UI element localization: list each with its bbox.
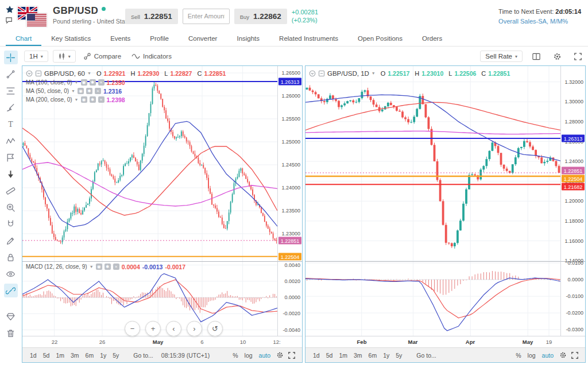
draw-lock-icon[interactable] [4,234,18,247]
range-1m-button[interactable]: 1m [336,352,350,359]
zoom-in-icon[interactable] [4,200,18,214]
buy-button[interactable]: Buy 1.22862 [234,9,287,24]
auto-scale-button[interactable]: auto [256,352,273,359]
macd-settings-button[interactable]: ✱ [105,264,111,270]
chart-fullscreen-icon[interactable] [569,350,581,361]
hourly-price-pane[interactable] [22,66,277,261]
range-1m-button[interactable]: 1m [53,352,67,359]
range-1d-button[interactable]: 1d [27,352,40,359]
auto-scale-button[interactable]: auto [539,352,556,359]
range-1d-button[interactable]: 1d [310,352,323,359]
magnet-icon[interactable] [4,217,18,231]
indicator-visibility-button[interactable]: ◉ [81,79,87,86]
compare-button[interactable]: Compare [80,52,124,60]
range-1y-button[interactable]: 1y [380,352,392,359]
percent-scale-button[interactable]: % [230,352,241,359]
favorite-star-icon[interactable] [5,5,14,14]
hourly-macd-axis[interactable]: 0.00400.00200.0000-0.0020-0.0040 [277,261,302,336]
tab-events[interactable]: Events [100,32,140,46]
indicator-label[interactable]: MA (50, close, 0) [26,88,69,94]
log-scale-button[interactable]: log [525,352,539,359]
forecast-icon[interactable] [4,150,18,164]
eye-icon[interactable] [4,267,18,281]
legend-symbol[interactable]: GBP/USD, 1D [327,70,369,77]
reset-chart-button[interactable]: ↺ [207,321,223,336]
tab-key-statistics[interactable]: Key Statistics [41,32,100,46]
lock-icon[interactable] [4,250,18,264]
fib-icon[interactable] [4,84,18,98]
arrow-down-icon[interactable] [4,167,18,181]
hourly-price-axis[interactable]: 1.265001.260001.255001.250001.245001.240… [277,66,302,261]
indicator-settings-button[interactable]: ✱ [90,96,96,103]
legend-symbol[interactable]: GBP/USD, 60 [44,70,85,77]
goto-button[interactable]: Go to... [413,352,439,359]
legend-chevron-circle-icon[interactable] [309,70,316,77]
legend-minimize-icon[interactable] [35,70,42,77]
tab-open-positions[interactable]: Open Positions [348,32,412,46]
pattern-icon[interactable] [4,134,18,148]
legend-minimize-icon[interactable] [318,70,325,77]
amount-input[interactable] [183,9,230,24]
range-3m-button[interactable]: 3m [68,352,82,359]
scroll-right-button[interactable]: › [187,321,202,336]
log-scale-button[interactable]: log [242,352,256,359]
range-6m-button[interactable]: 6m [83,352,97,359]
ruler-icon[interactable] [4,184,18,197]
tab-insights[interactable]: Insights [227,32,269,46]
daily-macd-pane[interactable] [305,261,560,336]
hourly-time-axis[interactable]: 2226May61012: [22,336,302,347]
trash-icon[interactable] [4,326,18,340]
tab-converter[interactable]: Converter [179,32,227,46]
rate-type-selector[interactable]: Sell Rate▾ [480,51,523,62]
indicator-remove-button[interactable]: × [98,79,105,86]
price-chart-canvas[interactable] [22,66,277,261]
indicator-visibility-button[interactable]: ◉ [81,96,87,103]
tab-chart[interactable]: Chart [6,32,41,46]
percent-scale-button[interactable]: % [513,352,524,359]
chart-style-selector[interactable]: ▾ [53,50,76,63]
goto-button[interactable]: Go to... [130,352,156,359]
next-event-link[interactable]: Overall Sales-SA, M/M% [498,17,581,26]
text-icon[interactable]: T [4,117,18,131]
trendline-icon[interactable] [4,67,18,81]
split-view-icon[interactable] [529,49,543,63]
zoom-in-button[interactable]: + [145,321,161,336]
range-1y-button[interactable]: 1y [97,352,109,359]
crosshair-icon[interactable] [4,51,18,64]
daily-macd-axis[interactable]: 0.01000.0000-0.0100-0.0200-0.0300 [560,261,585,336]
macd-label[interactable]: MACD (12, 26, close, 9) [26,264,87,270]
macd-visibility-button[interactable]: ◉ [96,264,102,270]
settings-gear-icon[interactable] [550,49,564,63]
indicator-label[interactable]: MA (100, close, 0) [26,79,72,86]
indicator-settings-button[interactable]: ✱ [86,88,92,94]
zoom-out-button[interactable]: − [125,321,140,336]
indicator-remove-button[interactable]: × [95,88,101,94]
macd-canvas[interactable] [305,262,560,336]
interval-selector[interactable]: 1H▾ [24,51,48,62]
daily-time-axis[interactable]: FebMarAprMay19 [305,336,585,347]
range-3m-button[interactable]: 3m [351,352,365,359]
indicators-button[interactable]: Indicators [129,53,175,60]
chart-fullscreen-icon[interactable] [286,350,297,361]
indicator-settings-button[interactable]: ✱ [90,79,96,86]
price-chart-canvas[interactable] [305,66,560,261]
tab-profile[interactable]: Profile [140,32,179,46]
layers-icon[interactable] [4,309,18,323]
range-5d-button[interactable]: 5d [323,352,336,359]
chart-settings-icon[interactable] [557,350,568,361]
range-6m-button[interactable]: 6m [366,352,380,359]
chart-settings-icon[interactable] [274,350,285,361]
range-5y-button[interactable]: 5y [393,352,405,359]
legend-chevron-circle-icon[interactable] [26,70,33,77]
indicator-visibility-button[interactable]: ◉ [78,88,84,94]
tab-related-instruments[interactable]: Related Instruments [269,32,348,46]
range-5d-button[interactable]: 5d [40,352,53,359]
daily-price-pane[interactable] [305,66,560,261]
sell-button[interactable]: Sell 1.22851 [125,9,178,24]
link-icon[interactable] [4,284,18,297]
indicator-remove-button[interactable]: × [98,96,105,103]
macd-remove-button[interactable]: × [113,264,119,270]
scroll-left-button[interactable]: ‹ [166,321,181,336]
fullscreen-icon[interactable] [571,49,585,63]
tab-orders[interactable]: Orders [412,32,452,46]
